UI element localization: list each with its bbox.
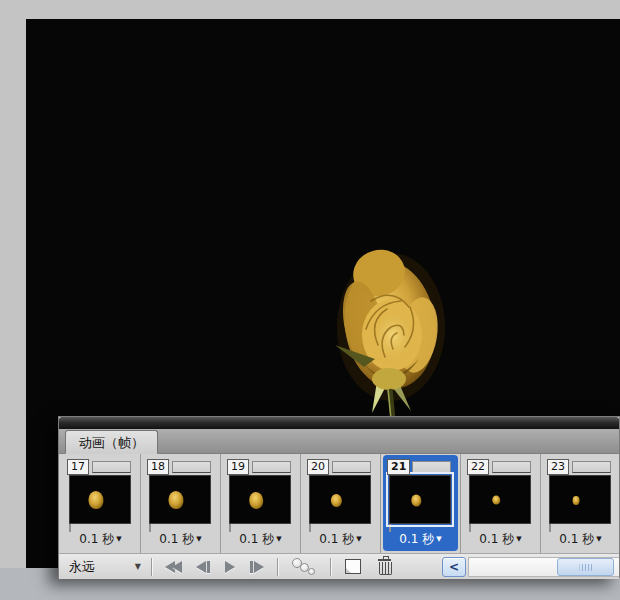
- chevron-down-icon: ▼: [116, 535, 121, 543]
- left-triangle-bar-icon: [207, 561, 210, 573]
- frame-label-strip: [412, 461, 451, 473]
- chevron-down-icon: ▼: [436, 535, 441, 543]
- rose-thumbnail-image: [331, 494, 341, 506]
- rose-thumbnail-image: [412, 495, 421, 506]
- frame-number-label: 22: [467, 459, 489, 475]
- frames-strip: 17 0.1 秒▼ 18 0.1 秒▼ 19 0.1 秒▼ 20: [59, 454, 619, 553]
- frame-thumbnail[interactable]: [229, 475, 291, 524]
- frame-delay-dropdown[interactable]: 0.1 秒▼: [541, 531, 619, 548]
- frame-thumbnail[interactable]: [389, 475, 451, 524]
- frame-delay-dropdown[interactable]: 0.1 秒▼: [301, 531, 380, 548]
- panel-tab-row: 动画（帧）: [59, 429, 619, 454]
- frame-number-label: 19: [227, 459, 249, 475]
- panel-toolbar: 永远 ▼ <: [59, 553, 619, 579]
- rose-thumbnail-image: [250, 492, 264, 508]
- toolbar-divider: [277, 558, 278, 576]
- delay-value: 0.1 秒: [319, 532, 354, 546]
- frame-thumbnail[interactable]: [149, 475, 211, 524]
- frame-cell[interactable]: 21 0.1 秒▼: [381, 454, 461, 553]
- delete-frame-button[interactable]: [379, 562, 392, 575]
- frame-number-label: 18: [147, 459, 169, 475]
- chevron-down-icon: ▼: [596, 535, 601, 543]
- chevron-down-icon: ▼: [516, 535, 521, 543]
- frame-cell[interactable]: 17 0.1 秒▼: [61, 454, 141, 553]
- play-button[interactable]: [225, 558, 235, 576]
- frame-number-label: 23: [547, 459, 569, 475]
- frame-delay-dropdown[interactable]: 0.1 秒▼: [141, 531, 220, 548]
- frame-label-strip: [332, 461, 371, 473]
- frame-delay-dropdown[interactable]: 0.1 秒▼: [221, 531, 300, 548]
- delay-value: 0.1 秒: [79, 532, 114, 546]
- delay-value: 0.1 秒: [239, 532, 274, 546]
- bar-right-triangle-icon: [254, 561, 264, 573]
- frame-number-label: 20: [307, 459, 329, 475]
- previous-frame-button[interactable]: [196, 558, 211, 576]
- frame-number-label: 21: [387, 459, 410, 475]
- chevron-down-icon: ▼: [196, 535, 201, 543]
- bar-right-triangle-icon: [250, 561, 253, 573]
- frame-cell[interactable]: 23 0.1 秒▼: [541, 454, 619, 553]
- rose-thumbnail-image: [169, 491, 184, 509]
- tween-button[interactable]: [292, 558, 316, 575]
- rose-image: [333, 241, 449, 419]
- frame-thumbnail[interactable]: [69, 475, 131, 524]
- right-triangle-icon: [225, 561, 235, 573]
- tween-dots-icon: [308, 568, 315, 575]
- frame-label-strip: [252, 461, 291, 473]
- delay-value: 0.1 秒: [159, 532, 194, 546]
- delay-value: 0.1 秒: [479, 532, 514, 546]
- rose-thumbnail-image: [493, 496, 501, 505]
- next-frame-button[interactable]: [249, 558, 264, 576]
- delay-value: 0.1 秒: [399, 532, 434, 546]
- loop-count-label: 永远: [69, 558, 95, 576]
- frame-thumbnail[interactable]: [549, 475, 611, 524]
- toolbar-divider: [151, 558, 152, 576]
- frame-delay-dropdown[interactable]: 0.1 秒▼: [61, 531, 140, 548]
- frame-label-strip: [92, 461, 131, 473]
- frame-thumbnail[interactable]: [469, 475, 531, 524]
- frame-label-strip: [572, 461, 611, 473]
- delay-value: 0.1 秒: [559, 532, 594, 546]
- frame-delay-dropdown[interactable]: 0.1 秒▼: [381, 531, 460, 548]
- chevron-down-icon: ▼: [135, 562, 141, 571]
- frame-label-strip: [492, 461, 531, 473]
- frame-cell[interactable]: 20 0.1 秒▼: [301, 454, 381, 553]
- double-left-triangle-icon: [172, 561, 182, 573]
- frame-number-label: 17: [67, 459, 89, 475]
- scrollbar-thumb[interactable]: [557, 558, 614, 576]
- toolbar-divider: [330, 558, 331, 576]
- left-triangle-bar-icon: [196, 561, 206, 573]
- first-frame-button[interactable]: [165, 558, 182, 576]
- tab-animation-frames[interactable]: 动画（帧）: [65, 430, 158, 454]
- frame-cell[interactable]: 18 0.1 秒▼: [141, 454, 221, 553]
- frame-thumbnail[interactable]: [309, 475, 371, 524]
- new-frame-button[interactable]: [345, 559, 361, 574]
- rose-thumbnail-image: [573, 496, 580, 504]
- chevron-down-icon: ▼: [276, 535, 281, 543]
- scrollbar-track[interactable]: [468, 557, 619, 577]
- animation-panel: 动画（帧） 17 0.1 秒▼ 18 0.1 秒▼ 19 0.1 秒▼: [58, 416, 620, 578]
- loop-count-dropdown[interactable]: 永远 ▼: [65, 558, 145, 576]
- frame-delay-dropdown[interactable]: 0.1 秒▼: [461, 531, 540, 548]
- panel-titlebar[interactable]: [59, 417, 619, 429]
- chevron-down-icon: ▼: [356, 535, 361, 543]
- rose-thumbnail-image: [89, 491, 104, 509]
- frame-cell[interactable]: 19 0.1 秒▼: [221, 454, 301, 553]
- frame-cell[interactable]: 22 0.1 秒▼: [461, 454, 541, 553]
- frame-label-strip: [172, 461, 211, 473]
- scroll-left-button[interactable]: <: [442, 557, 466, 577]
